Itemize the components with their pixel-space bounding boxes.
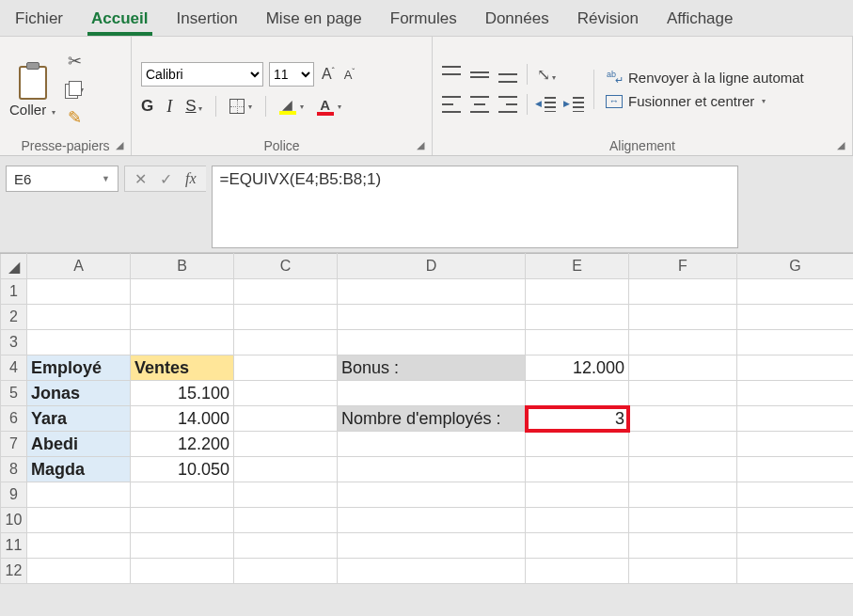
cell-A9[interactable] (27, 482, 131, 508)
dialog-launcher-icon[interactable]: ◢ (116, 139, 123, 151)
chevron-down-icon[interactable]: ▾ (198, 104, 202, 113)
cell-G3[interactable] (737, 330, 854, 355)
cell-A1[interactable] (27, 279, 131, 305)
cell-C9[interactable] (234, 482, 338, 508)
align-middle-button[interactable] (470, 66, 489, 83)
cell-C10[interactable] (234, 508, 338, 533)
cell-E10[interactable] (526, 508, 629, 533)
cell-A11[interactable] (27, 533, 131, 559)
cell-E8[interactable] (526, 457, 629, 482)
cell-F6[interactable] (629, 406, 737, 432)
row-header-11[interactable]: 11 (1, 533, 27, 559)
cell-D9[interactable] (338, 482, 526, 508)
tab-mise-en-page[interactable]: Mise en page (262, 4, 366, 36)
fill-color-button[interactable]: ◢▾ (279, 98, 304, 115)
cell-G7[interactable] (737, 432, 854, 457)
italic-button[interactable]: I (166, 97, 172, 117)
cell-F7[interactable] (629, 432, 737, 457)
cell-E4[interactable]: 12.000 (526, 355, 629, 381)
cell-A5[interactable]: Jonas (27, 381, 131, 406)
cell-G11[interactable] (737, 533, 854, 559)
cell-E12[interactable] (526, 559, 629, 584)
cell-D10[interactable] (338, 508, 526, 533)
cell-F10[interactable] (629, 508, 737, 533)
cell-E1[interactable] (526, 279, 629, 305)
col-header-F[interactable]: F (629, 254, 737, 279)
borders-button[interactable]: ▾ (229, 99, 252, 114)
cell-B1[interactable] (131, 279, 234, 305)
cell-A10[interactable] (27, 508, 131, 533)
tab-affichage[interactable]: Affichage (663, 4, 737, 36)
cell-D12[interactable] (338, 559, 526, 584)
cell-D4[interactable]: Bonus : (338, 355, 526, 381)
cut-button[interactable]: ✂ (65, 52, 84, 71)
cell-A4[interactable]: Employé (27, 355, 131, 381)
font-size-select[interactable]: 11 (269, 62, 314, 87)
decrease-font-button[interactable]: Aˇ (342, 67, 357, 82)
increase-indent-button[interactable] (565, 97, 584, 112)
col-header-A[interactable]: A (27, 254, 131, 279)
dialog-launcher-icon[interactable]: ◢ (837, 139, 845, 151)
cell-G8[interactable] (737, 457, 854, 482)
cell-A8[interactable]: Magda (27, 457, 131, 482)
tab-donnees[interactable]: Données (482, 4, 553, 36)
row-header-3[interactable]: 3 (1, 330, 27, 355)
cell-B10[interactable] (131, 508, 234, 533)
cell-C4[interactable] (234, 355, 338, 381)
cell-C7[interactable] (234, 432, 338, 457)
cell-E11[interactable] (526, 533, 629, 559)
cell-G1[interactable] (737, 279, 854, 305)
tab-formules[interactable]: Formules (387, 4, 461, 36)
spreadsheet-grid[interactable]: ◢ A B C D E F G 1234EmployéVentesBonus :… (0, 253, 853, 584)
orientation-button[interactable]: ⤡▾ (537, 65, 556, 85)
row-header-2[interactable]: 2 (1, 305, 27, 330)
chevron-down-icon[interactable]: ▾ (762, 97, 766, 105)
font-name-select[interactable]: Calibri (141, 62, 263, 87)
row-header-7[interactable]: 7 (1, 432, 27, 457)
cell-F4[interactable] (629, 355, 737, 381)
cell-F5[interactable] (629, 381, 737, 406)
paste-button[interactable]: Coller ▾ (9, 102, 55, 118)
cell-C1[interactable] (234, 279, 338, 305)
cell-G2[interactable] (737, 305, 854, 330)
col-header-C[interactable]: C (234, 254, 338, 279)
chevron-down-icon[interactable]: ▼ (102, 174, 110, 183)
cell-B5[interactable]: 15.100 (131, 381, 234, 406)
cell-F12[interactable] (629, 559, 737, 584)
chevron-down-icon[interactable]: ▾ (52, 108, 55, 117)
tab-fichier[interactable]: Fichier (11, 4, 67, 36)
cell-B4[interactable]: Ventes (131, 355, 234, 381)
format-painter-button[interactable]: ✎ (65, 108, 84, 127)
cell-B3[interactable] (131, 330, 234, 355)
cell-G12[interactable] (737, 559, 854, 584)
dialog-launcher-icon[interactable]: ◢ (417, 139, 424, 151)
cell-F11[interactable] (629, 533, 737, 559)
chevron-down-icon[interactable]: ▾ (338, 103, 341, 111)
cell-F8[interactable] (629, 457, 737, 482)
cell-D2[interactable] (338, 305, 526, 330)
col-header-D[interactable]: D (338, 254, 526, 279)
cell-G4[interactable] (737, 355, 854, 381)
row-header-6[interactable]: 6 (1, 406, 27, 432)
merge-center-button[interactable]: Fusionner et centrer ▾ (606, 93, 804, 109)
cell-E6[interactable]: 3 (526, 406, 629, 432)
cell-G6[interactable] (737, 406, 854, 432)
tab-insertion[interactable]: Insertion (173, 4, 242, 36)
clipboard-icon[interactable] (17, 62, 49, 100)
align-top-button[interactable] (442, 66, 461, 83)
cell-D6[interactable]: Nombre d'employés : (338, 406, 526, 432)
cell-E5[interactable] (526, 381, 629, 406)
align-center-button[interactable] (470, 96, 489, 113)
bold-button[interactable]: G (141, 97, 153, 116)
cell-D8[interactable] (338, 457, 526, 482)
cell-D1[interactable] (338, 279, 526, 305)
cell-D11[interactable] (338, 533, 526, 559)
col-header-G[interactable]: G (737, 254, 854, 279)
cell-D5[interactable] (338, 381, 526, 406)
cell-B9[interactable] (131, 482, 234, 508)
cell-B2[interactable] (131, 305, 234, 330)
cell-G10[interactable] (737, 508, 854, 533)
chevron-down-icon[interactable]: ▾ (300, 103, 304, 111)
cell-F2[interactable] (629, 305, 737, 330)
cell-E9[interactable] (526, 482, 629, 508)
